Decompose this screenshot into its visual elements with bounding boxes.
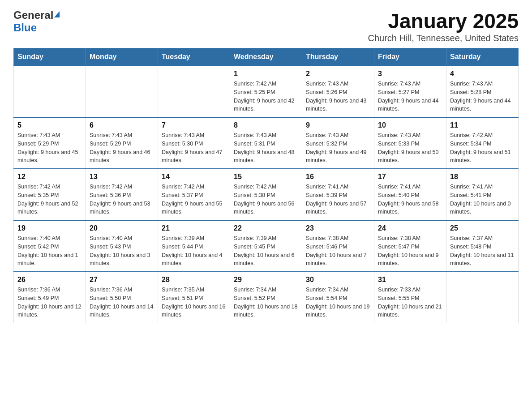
day-info: Sunrise: 7:42 AM Sunset: 5:35 PM Dayligh… — [17, 183, 82, 216]
day-info: Sunrise: 7:42 AM Sunset: 5:37 PM Dayligh… — [162, 183, 226, 216]
day-info: Sunrise: 7:41 AM Sunset: 5:40 PM Dayligh… — [378, 183, 442, 216]
calendar-week-4: 19Sunrise: 7:40 AM Sunset: 5:42 PM Dayli… — [14, 220, 519, 272]
day-info: Sunrise: 7:43 AM Sunset: 5:33 PM Dayligh… — [378, 131, 442, 165]
calendar-cell-w2-d4: 8Sunrise: 7:43 AM Sunset: 5:31 PM Daylig… — [230, 117, 302, 169]
calendar-cell-w1-d5: 2Sunrise: 7:43 AM Sunset: 5:26 PM Daylig… — [302, 66, 374, 117]
calendar-cell-w5-d6: 31Sunrise: 7:33 AM Sunset: 5:55 PM Dayli… — [374, 272, 446, 323]
calendar-cell-w4-d6: 24Sunrise: 7:38 AM Sunset: 5:47 PM Dayli… — [374, 220, 446, 272]
calendar-cell-w5-d7 — [446, 272, 519, 323]
calendar-week-2: 5Sunrise: 7:43 AM Sunset: 5:29 PM Daylig… — [14, 117, 519, 169]
day-number: 21 — [162, 224, 226, 232]
day-info: Sunrise: 7:43 AM Sunset: 5:26 PM Dayligh… — [306, 80, 370, 113]
day-number: 19 — [17, 224, 82, 232]
day-info: Sunrise: 7:43 AM Sunset: 5:31 PM Dayligh… — [234, 131, 298, 165]
calendar-cell-w1-d6: 3Sunrise: 7:43 AM Sunset: 5:27 PM Daylig… — [374, 66, 446, 117]
day-info: Sunrise: 7:43 AM Sunset: 5:29 PM Dayligh… — [17, 131, 82, 165]
day-number: 10 — [378, 121, 442, 129]
day-number: 14 — [162, 173, 226, 181]
col-tuesday: Tuesday — [158, 48, 230, 66]
title-block: January 2025 Church Hill, Tennessee, Uni… — [368, 9, 519, 43]
day-info: Sunrise: 7:33 AM Sunset: 5:55 PM Dayligh… — [378, 286, 442, 319]
day-info: Sunrise: 7:41 AM Sunset: 5:39 PM Dayligh… — [306, 183, 370, 216]
day-info: Sunrise: 7:40 AM Sunset: 5:43 PM Dayligh… — [90, 234, 154, 268]
day-info: Sunrise: 7:42 AM Sunset: 5:38 PM Dayligh… — [234, 183, 298, 216]
calendar-cell-w3-d7: 18Sunrise: 7:41 AM Sunset: 5:41 PM Dayli… — [446, 169, 519, 220]
calendar-cell-w3-d4: 15Sunrise: 7:42 AM Sunset: 5:38 PM Dayli… — [230, 169, 302, 220]
day-info: Sunrise: 7:38 AM Sunset: 5:46 PM Dayligh… — [306, 234, 370, 268]
day-number: 2 — [306, 70, 370, 78]
day-number: 6 — [90, 121, 154, 129]
day-number: 30 — [306, 276, 370, 284]
day-info: Sunrise: 7:43 AM Sunset: 5:30 PM Dayligh… — [162, 131, 226, 165]
calendar-cell-w4-d5: 23Sunrise: 7:38 AM Sunset: 5:46 PM Dayli… — [302, 220, 374, 272]
day-number: 17 — [378, 173, 442, 181]
day-number: 12 — [17, 173, 82, 181]
col-thursday: Thursday — [302, 48, 374, 66]
calendar-cell-w4-d1: 19Sunrise: 7:40 AM Sunset: 5:42 PM Dayli… — [14, 220, 86, 272]
col-saturday: Saturday — [446, 48, 519, 66]
calendar-cell-w2-d6: 10Sunrise: 7:43 AM Sunset: 5:33 PM Dayli… — [374, 117, 446, 169]
calendar-cell-w1-d1 — [14, 66, 86, 117]
day-number: 23 — [306, 224, 370, 232]
col-sunday: Sunday — [14, 48, 86, 66]
calendar-cell-w1-d2 — [86, 66, 158, 117]
day-number: 18 — [450, 173, 515, 181]
day-info: Sunrise: 7:34 AM Sunset: 5:54 PM Dayligh… — [306, 286, 370, 319]
calendar-week-1: 1Sunrise: 7:42 AM Sunset: 5:25 PM Daylig… — [14, 66, 519, 117]
day-number: 29 — [234, 276, 298, 284]
day-number: 4 — [450, 70, 515, 78]
calendar-cell-w5-d5: 30Sunrise: 7:34 AM Sunset: 5:54 PM Dayli… — [302, 272, 374, 323]
calendar-header-row: Sunday Monday Tuesday Wednesday Thursday… — [14, 48, 519, 66]
day-number: 20 — [90, 224, 154, 232]
calendar-cell-w3-d1: 12Sunrise: 7:42 AM Sunset: 5:35 PM Dayli… — [14, 169, 86, 220]
day-number: 8 — [234, 121, 298, 129]
day-info: Sunrise: 7:37 AM Sunset: 5:48 PM Dayligh… — [450, 234, 515, 268]
day-info: Sunrise: 7:39 AM Sunset: 5:44 PM Dayligh… — [162, 234, 226, 268]
day-info: Sunrise: 7:41 AM Sunset: 5:41 PM Dayligh… — [450, 183, 515, 216]
col-wednesday: Wednesday — [230, 48, 302, 66]
day-number: 7 — [162, 121, 226, 129]
calendar-cell-w1-d4: 1Sunrise: 7:42 AM Sunset: 5:25 PM Daylig… — [230, 66, 302, 117]
day-number: 16 — [306, 173, 370, 181]
calendar-cell-w4-d7: 25Sunrise: 7:37 AM Sunset: 5:48 PM Dayli… — [446, 220, 519, 272]
page-subtitle: Church Hill, Tennessee, United States — [368, 33, 519, 43]
calendar-cell-w2-d3: 7Sunrise: 7:43 AM Sunset: 5:30 PM Daylig… — [158, 117, 230, 169]
calendar-table: Sunday Monday Tuesday Wednesday Thursday… — [13, 48, 519, 323]
day-number: 5 — [17, 121, 82, 129]
logo: General Blue — [13, 9, 60, 34]
calendar-cell-w2-d2: 6Sunrise: 7:43 AM Sunset: 5:29 PM Daylig… — [86, 117, 158, 169]
day-number: 24 — [378, 224, 442, 232]
logo-blue-text: Blue — [13, 21, 37, 34]
day-info: Sunrise: 7:39 AM Sunset: 5:45 PM Dayligh… — [234, 234, 298, 268]
calendar-cell-w5-d4: 29Sunrise: 7:34 AM Sunset: 5:52 PM Dayli… — [230, 272, 302, 323]
page-header: General Blue January 2025 Church Hill, T… — [13, 9, 519, 43]
calendar-cell-w2-d1: 5Sunrise: 7:43 AM Sunset: 5:29 PM Daylig… — [14, 117, 86, 169]
calendar-week-5: 26Sunrise: 7:36 AM Sunset: 5:49 PM Dayli… — [14, 272, 519, 323]
calendar-cell-w3-d3: 14Sunrise: 7:42 AM Sunset: 5:37 PM Dayli… — [158, 169, 230, 220]
calendar-cell-w2-d7: 11Sunrise: 7:42 AM Sunset: 5:34 PM Dayli… — [446, 117, 519, 169]
calendar-cell-w4-d2: 20Sunrise: 7:40 AM Sunset: 5:43 PM Dayli… — [86, 220, 158, 272]
calendar-cell-w3-d5: 16Sunrise: 7:41 AM Sunset: 5:39 PM Dayli… — [302, 169, 374, 220]
calendar-cell-w4-d3: 21Sunrise: 7:39 AM Sunset: 5:44 PM Dayli… — [158, 220, 230, 272]
day-info: Sunrise: 7:38 AM Sunset: 5:47 PM Dayligh… — [378, 234, 442, 268]
day-number: 28 — [162, 276, 226, 284]
calendar-cell-w3-d2: 13Sunrise: 7:42 AM Sunset: 5:36 PM Dayli… — [86, 169, 158, 220]
col-friday: Friday — [374, 48, 446, 66]
calendar-week-3: 12Sunrise: 7:42 AM Sunset: 5:35 PM Dayli… — [14, 169, 519, 220]
day-number: 27 — [90, 276, 154, 284]
day-number: 22 — [234, 224, 298, 232]
calendar-cell-w1-d3 — [158, 66, 230, 117]
calendar-cell-w3-d6: 17Sunrise: 7:41 AM Sunset: 5:40 PM Dayli… — [374, 169, 446, 220]
day-info: Sunrise: 7:34 AM Sunset: 5:52 PM Dayligh… — [234, 286, 298, 319]
day-number: 13 — [90, 173, 154, 181]
day-info: Sunrise: 7:43 AM Sunset: 5:27 PM Dayligh… — [378, 80, 442, 113]
day-number: 3 — [378, 70, 442, 78]
day-info: Sunrise: 7:42 AM Sunset: 5:36 PM Dayligh… — [90, 183, 154, 216]
day-number: 25 — [450, 224, 515, 232]
calendar-cell-w5-d2: 27Sunrise: 7:36 AM Sunset: 5:50 PM Dayli… — [86, 272, 158, 323]
calendar-cell-w5-d3: 28Sunrise: 7:35 AM Sunset: 5:51 PM Dayli… — [158, 272, 230, 323]
day-number: 31 — [378, 276, 442, 284]
page-title: January 2025 — [368, 9, 519, 33]
day-info: Sunrise: 7:43 AM Sunset: 5:32 PM Dayligh… — [306, 131, 370, 165]
day-info: Sunrise: 7:43 AM Sunset: 5:29 PM Dayligh… — [90, 131, 154, 165]
